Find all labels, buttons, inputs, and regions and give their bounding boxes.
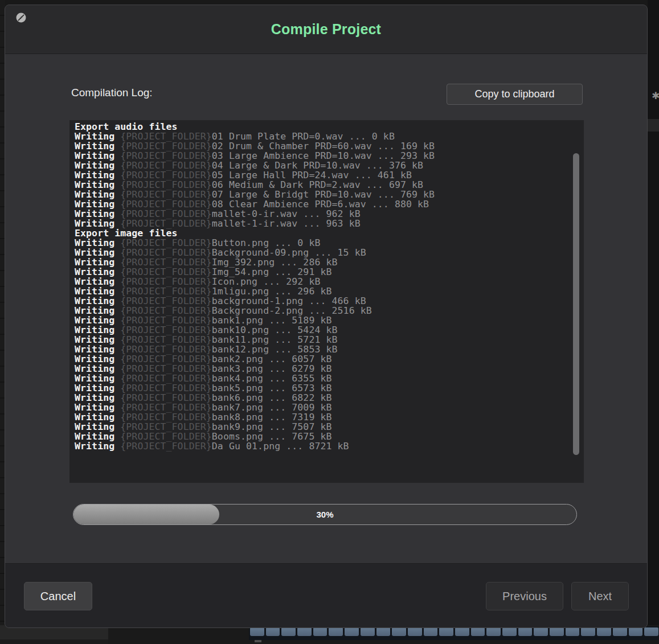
piano-key [408,627,422,636]
piano-key [361,627,375,636]
piano-key [439,627,453,636]
compile-progress-bar: 30% [73,504,577,525]
piano-key [486,627,501,636]
log-entry: Writing {PROJECT_FOLDER}mallet-1-ir.wav … [75,219,435,228]
background-right-band [648,119,659,132]
log-section-header: Export audio files [75,122,435,132]
piano-key [266,627,280,636]
piano-key [329,627,343,636]
log-entry: Writing {PROJECT_FOLDER}Background-2.png… [75,306,435,315]
log-entry: Writing {PROJECT_FOLDER}mallet-0-ir.wav … [75,209,435,219]
cancel-button[interactable]: Cancel [24,582,92,610]
log-entry: Writing {PROJECT_FOLDER}bank3.png ... 62… [75,364,435,374]
log-entry: Writing {PROJECT_FOLDER}Da Gu 01.png ...… [75,441,435,451]
log-entry: Writing {PROJECT_FOLDER}01 Drum Plate PR… [75,132,435,141]
progress-percent-label: 30% [73,504,576,524]
log-entry: Writing {PROJECT_FOLDER}Booms.png ... 76… [75,432,435,441]
log-entry: Writing {PROJECT_FOLDER}bank5.png ... 65… [75,383,435,393]
dialog-title: Compile Project [271,21,381,38]
compilation-log-label: Compilation Log: [71,87,153,99]
piano-key [534,627,548,636]
collapse-icon[interactable] [16,13,26,23]
piano-key [581,627,595,636]
previous-button[interactable]: Previous [486,582,563,610]
next-button[interactable]: Next [571,582,629,610]
log-entry: Writing {PROJECT_FOLDER}Img_392.png ... … [75,257,435,267]
log-entry: Writing {PROJECT_FOLDER}Img_54.png ... 2… [75,267,435,277]
piano-key [566,627,580,636]
log-scrollbar-thumb[interactable] [573,153,579,455]
piano-key [281,627,296,636]
log-entry: Writing {PROJECT_FOLDER}bank11.png ... 5… [75,335,435,344]
log-entry: Writing {PROJECT_FOLDER}bank8.png ... 73… [75,412,435,422]
log-entry: Writing {PROJECT_FOLDER}bank12.png ... 5… [75,344,435,354]
piano-key [471,627,485,636]
log-entry: Writing {PROJECT_FOLDER}bank4.png ... 63… [75,374,435,383]
log-section-header: Export image files [75,228,435,238]
background-right-strip: ✱ [648,0,659,644]
log-entry: Writing {PROJECT_FOLDER}02 Drum & Chambe… [75,141,435,151]
piano-key [297,627,312,636]
log-entry: Writing {PROJECT_FOLDER}07 Large & Bridg… [75,190,435,199]
piano-key [313,627,328,636]
dialog-footer: Cancel Previous Next [5,563,647,628]
log-entry: Writing {PROJECT_FOLDER}Icon.png ... 292… [75,277,435,286]
log-entry: Writing {PROJECT_FOLDER}08 Clear Ambienc… [75,199,435,209]
compile-project-dialog: Compile Project Compilation Log: Copy to… [5,5,648,628]
log-entry: Writing {PROJECT_FOLDER}bank2.png ... 60… [75,354,435,364]
piano-key [644,627,658,636]
piano-key [424,627,438,636]
log-entry: Writing {PROJECT_FOLDER}bank9.png ... 75… [75,422,435,432]
piano-key [629,627,643,636]
gear-icon: ✱ [652,91,659,101]
compilation-log-viewport[interactable]: Export audio filesWriting {PROJECT_FOLDE… [69,120,584,483]
log-entry: Writing {PROJECT_FOLDER}background-1.png… [75,296,435,306]
log-entry: Writing {PROJECT_FOLDER}bank7.png ... 70… [75,403,435,412]
log-entry: Writing {PROJECT_FOLDER}Button.png ... 0… [75,238,435,248]
piano-key [502,627,517,636]
log-entry: Writing {PROJECT_FOLDER}bank6.png ... 68… [75,393,435,403]
piano-key [518,627,533,636]
piano-key [455,627,469,636]
log-entry: Writing {PROJECT_FOLDER}04 Large & Dark … [75,161,435,170]
piano-key [550,627,564,636]
piano-key [597,627,611,636]
dialog-header: Compile Project [5,5,647,54]
log-entry: Writing {PROJECT_FOLDER}Background-09.pn… [75,248,435,257]
background-small-marker [255,640,261,642]
copy-to-clipboard-button[interactable]: Copy to clipboard [447,84,583,105]
piano-key [376,627,391,636]
piano-keys-strip [250,627,659,636]
piano-key [392,627,406,636]
piano-key [345,627,359,636]
log-entry: Writing {PROJECT_FOLDER}06 Medium & Dark… [75,180,435,190]
log-entry: Writing {PROJECT_FOLDER}03 Large Ambienc… [75,151,435,161]
log-entry: Writing {PROJECT_FOLDER}05 Large Hall PR… [75,170,435,180]
piano-key [250,627,264,636]
log-entry: Writing {PROJECT_FOLDER}bank1.png ... 51… [75,315,435,325]
log-entry: Writing {PROJECT_FOLDER}1mligu.png ... 2… [75,286,435,296]
log-entry: Writing {PROJECT_FOLDER}bank10.png ... 5… [75,325,435,335]
piano-key [613,627,627,636]
log-lines: Export audio filesWriting {PROJECT_FOLDE… [75,122,435,451]
